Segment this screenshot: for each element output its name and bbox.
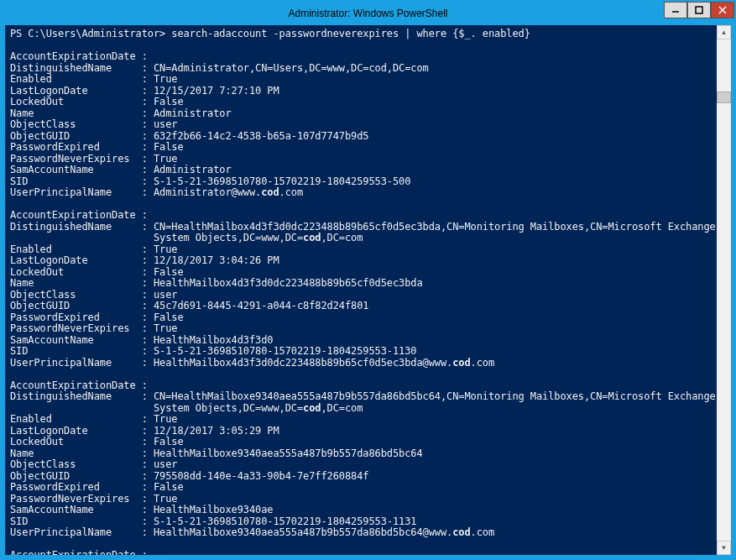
powershell-window: Administrator: Windows PowerShell PS C:\… <box>2 2 734 558</box>
scroll-up-arrow[interactable]: ▲ <box>717 25 731 39</box>
close-button[interactable] <box>711 2 734 18</box>
scroll-track[interactable] <box>717 39 731 541</box>
close-icon <box>718 6 727 14</box>
titlebar[interactable]: Administrator: Windows PowerShell <box>2 2 734 25</box>
svg-rect-1 <box>696 7 702 13</box>
maximize-icon <box>695 6 703 14</box>
vertical-scrollbar[interactable]: ▲ ▼ <box>717 25 731 555</box>
maximize-button[interactable] <box>687 2 711 18</box>
scroll-thumb[interactable] <box>717 92 731 103</box>
console-area: PS C:\Users\Administrator> search-adacco… <box>5 25 731 555</box>
scroll-down-arrow[interactable]: ▼ <box>717 541 731 555</box>
window-title: Administrator: Windows PowerShell <box>2 8 734 19</box>
console-output[interactable]: PS C:\Users\Administrator> search-adacco… <box>5 25 717 555</box>
minimize-icon <box>671 6 680 14</box>
minimize-button[interactable] <box>664 2 687 18</box>
window-controls <box>664 2 734 20</box>
